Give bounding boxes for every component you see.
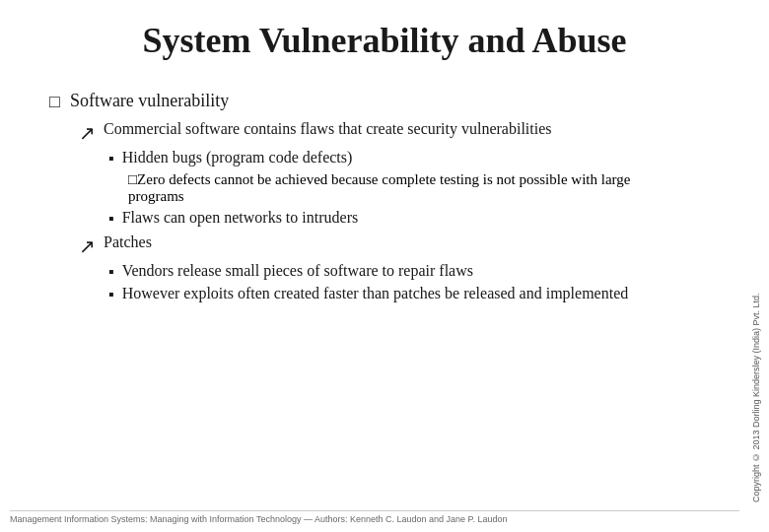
list-item: □ Software vulnerability <box>49 91 670 112</box>
flaws-text: Flaws can open networks to intruders <box>122 209 359 227</box>
slide: System Vulnerability and Abuse □ Softwar… <box>0 0 769 532</box>
square-bullet: ▪ <box>108 263 114 281</box>
patches-text: Patches <box>104 233 152 251</box>
zero-defects-text: □Zero defects cannot be achieved because… <box>128 171 630 204</box>
arrow-bullet: ↗ <box>79 234 96 258</box>
level3-text: Hidden bugs (program code defects) <box>122 149 353 166</box>
level2-text: Commercial software contains flaws that … <box>104 120 552 138</box>
level3-group: ▪ Hidden bugs (program code defects) □Ze… <box>108 149 670 228</box>
list-item: ▪ Hidden bugs (program code defects) <box>108 149 670 167</box>
checkbox-bullet: □ <box>49 92 60 112</box>
content-area: □ Software vulnerability ↗ Commercial so… <box>39 91 730 303</box>
list-item: ↗ Commercial software contains flaws tha… <box>79 120 670 228</box>
list-item: ▪ Flaws can open networks to intruders <box>108 209 670 228</box>
list-item: ▪ Vendors release small pieces of softwa… <box>108 262 670 281</box>
list-item: □Zero defects cannot be achieved because… <box>128 171 670 205</box>
level2-item: ↗ Patches <box>79 233 670 258</box>
level3-group: ▪ Vendors release small pieces of softwa… <box>108 262 670 303</box>
copyright-watermark: Copyright © 2013 Dorling Kindersley (Ind… <box>751 99 761 502</box>
list-item: ↗ Patches ▪ Vendors release small pieces… <box>79 233 670 303</box>
level2-item: ↗ Commercial software contains flaws tha… <box>79 120 670 145</box>
slide-title: System Vulnerability and Abuse <box>39 20 730 61</box>
arrow-bullet: ↗ <box>79 121 96 145</box>
vendors-text: Vendors release small pieces of software… <box>122 262 473 280</box>
square-bullet: ▪ <box>108 210 114 228</box>
footer: Management Information Systems: Managing… <box>10 510 739 524</box>
level1-text: Software vulnerability <box>70 91 229 111</box>
square-bullet: ▪ <box>108 286 114 303</box>
list-item: ▪ However exploits often created faster … <box>108 285 670 303</box>
square-bullet: ▪ <box>108 150 114 167</box>
however-text: However exploits often created faster th… <box>122 285 629 302</box>
